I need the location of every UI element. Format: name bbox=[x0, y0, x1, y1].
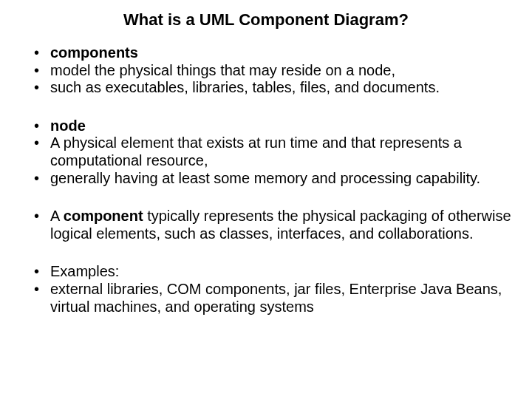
bullet-item: A physical element that exists at run ti… bbox=[34, 134, 511, 169]
bullet-text: generally having at least some memory an… bbox=[50, 170, 480, 186]
bullet-text: components bbox=[50, 44, 138, 61]
bullet-text-pre: A bbox=[50, 208, 64, 224]
bullet-text: model the physical things that may resid… bbox=[50, 62, 395, 78]
bullet-text-bold: component bbox=[64, 208, 143, 224]
bullet-group-1: components model the physical things tha… bbox=[21, 44, 511, 97]
bullet-item: model the physical things that may resid… bbox=[34, 62, 511, 80]
bullet-item: Examples: bbox=[34, 263, 511, 281]
bullet-text: node bbox=[50, 117, 86, 134]
bullet-text: such as executables, libraries, tables, … bbox=[50, 79, 440, 95]
bullet-group-3: A component typically represents the phy… bbox=[21, 208, 511, 242]
bullet-group-2: node A physical element that exists at r… bbox=[21, 117, 511, 187]
bullet-item: components bbox=[34, 44, 511, 62]
bullet-group-4: Examples: external libraries, COM compon… bbox=[21, 263, 511, 316]
bullet-text: external libraries, COM components, jar … bbox=[50, 281, 502, 315]
bullet-item: external libraries, COM components, jar … bbox=[34, 281, 511, 316]
bullet-item: A component typically represents the phy… bbox=[34, 208, 511, 242]
bullet-item: node bbox=[34, 117, 511, 135]
bullet-text: Examples: bbox=[50, 263, 119, 279]
bullet-text: A physical element that exists at run ti… bbox=[50, 134, 462, 168]
bullet-item: such as executables, libraries, tables, … bbox=[34, 79, 511, 97]
slide-title: What is a UML Component Diagram? bbox=[21, 10, 511, 30]
bullet-item: generally having at least some memory an… bbox=[34, 170, 511, 188]
